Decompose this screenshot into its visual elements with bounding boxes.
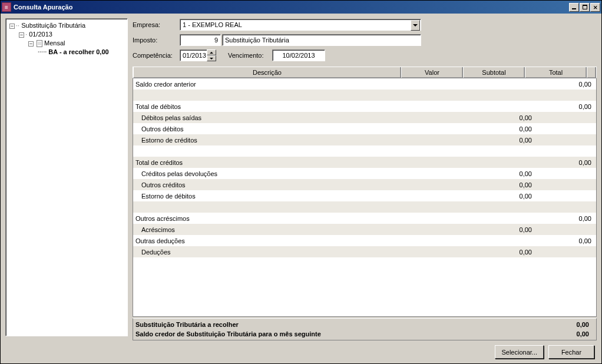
summary-value: 0,00: [523, 329, 594, 339]
summary-row: Substituição Tributária a recolher 0,00: [135, 320, 594, 329]
dropdown-icon[interactable]: [411, 20, 420, 31]
competencia-label: Competência:: [133, 52, 180, 59]
grid-header: Descrição Valor Subtotal Total: [133, 67, 597, 78]
table-row[interactable]: Total de débitos0,00: [133, 101, 596, 112]
tree-root[interactable]: −·· Substituição Tributária: [7, 21, 126, 30]
cell-descricao: Outras deduções: [133, 237, 411, 244]
cell-total: 0,00: [534, 103, 596, 110]
cell-descricao: Acréscimos: [133, 226, 411, 233]
close-button[interactable]: [590, 3, 600, 12]
table-row[interactable]: Total de créditos0,00: [133, 157, 596, 168]
empresa-combo[interactable]: 1 - EXEMPLO REAL: [180, 19, 421, 31]
table-row[interactable]: [133, 90, 596, 101]
cell-total: 0,00: [534, 237, 596, 244]
tree-toggle-icon[interactable]: −: [28, 41, 34, 47]
summary-value: 0,00: [523, 320, 594, 329]
tree-leaf-item[interactable]: ····· BA - a recolher 0,00: [7, 48, 126, 57]
table-row[interactable]: [133, 145, 596, 157]
col-total[interactable]: Total: [525, 67, 587, 78]
vencimento-field: 10/02/2013: [272, 49, 325, 61]
summary-row: Saldo credor de Substituição Tributária …: [135, 329, 594, 339]
cell-subtotal: 0,00: [472, 193, 534, 200]
tree-frequency[interactable]: − Mensal: [7, 39, 126, 48]
cell-descricao: Débitos pelas saídas: [133, 114, 411, 121]
maximize-button[interactable]: [580, 3, 590, 12]
cell-descricao: Outros débitos: [133, 125, 411, 133]
col-scrollbar-spacer: [587, 67, 596, 78]
cell-descricao: Deduções: [133, 249, 411, 256]
date-spinner[interactable]: [207, 49, 216, 61]
grid: Descrição Valor Subtotal Total Saldo cre…: [133, 67, 597, 340]
imposto-desc-field: Substituição Tributária: [222, 34, 421, 46]
cell-total: 0,00: [534, 215, 596, 222]
table-row[interactable]: Acréscimos0,00: [133, 224, 596, 235]
titlebar: ≡ Consulta Apuração: [1, 1, 601, 14]
cell-subtotal: 0,00: [472, 137, 534, 144]
grid-body[interactable]: Saldo credor anterior0,00Total de débito…: [133, 78, 597, 317]
tree-toggle-icon[interactable]: −: [19, 32, 24, 38]
empresa-label: Empresa:: [133, 21, 180, 28]
cell-subtotal: 0,00: [472, 181, 534, 188]
tree-toggle-icon[interactable]: −: [9, 24, 15, 29]
cell-subtotal: 0,00: [472, 125, 534, 133]
selecionar-button[interactable]: Selecionar...: [495, 345, 544, 359]
cell-total: 0,00: [534, 81, 596, 88]
table-row[interactable]: Outros créditos0,00: [133, 179, 596, 190]
col-valor[interactable]: Valor: [401, 67, 463, 78]
cell-subtotal: 0,00: [472, 249, 534, 256]
cell-descricao: Saldo credor anterior: [133, 81, 411, 88]
app-icon: ≡: [2, 2, 11, 12]
cell-descricao: Total de créditos: [133, 159, 411, 166]
cell-descricao: Estorno de débitos: [133, 193, 411, 200]
cell-descricao: Outros créditos: [133, 181, 411, 188]
tree-panel[interactable]: −·· Substituição Tributária −· 01/2013 −…: [5, 18, 128, 336]
cell-total: 0,00: [534, 159, 596, 166]
window-title: Consulta Apuração: [14, 4, 569, 11]
chevron-down-icon[interactable]: [207, 55, 216, 61]
cell-subtotal: 0,00: [472, 226, 534, 233]
table-row[interactable]: Outras deduções0,00: [133, 235, 596, 246]
document-icon: [37, 40, 42, 47]
cell-subtotal: 0,00: [472, 170, 534, 177]
fechar-button[interactable]: Fechar: [548, 345, 594, 359]
table-row[interactable]: Débitos pelas saídas0,00: [133, 112, 596, 123]
imposto-code-input[interactable]: 9: [180, 34, 221, 46]
summary-desc: Saldo credor de Substituição Tributária …: [135, 329, 523, 339]
table-row[interactable]: Deduções0,00: [133, 246, 596, 257]
minimize-button[interactable]: [569, 3, 579, 12]
details-panel: Empresa: 1 - EXEMPLO REAL Imposto: 9 Sub…: [133, 18, 597, 359]
col-descricao[interactable]: Descrição: [133, 67, 401, 78]
imposto-label: Imposto:: [133, 37, 180, 44]
col-subtotal[interactable]: Subtotal: [463, 67, 525, 78]
table-row[interactable]: Outros acréscimos0,00: [133, 213, 596, 224]
table-row[interactable]: Outros débitos0,00: [133, 123, 596, 134]
tree-period[interactable]: −· 01/2013: [7, 30, 126, 39]
cell-descricao: Créditos pelas devoluções: [133, 170, 411, 177]
cell-descricao: Estorno de créditos: [133, 137, 411, 144]
summary-desc: Substituição Tributária a recolher: [135, 320, 523, 329]
table-row[interactable]: Créditos pelas devoluções0,00: [133, 168, 596, 179]
cell-descricao: Outros acréscimos: [133, 215, 411, 222]
summary-panel: Substituição Tributária a recolher 0,00 …: [133, 318, 597, 340]
cell-subtotal: 0,00: [472, 114, 534, 121]
table-row[interactable]: Estorno de créditos0,00: [133, 134, 596, 145]
competencia-input[interactable]: 01/2013: [180, 49, 216, 61]
chevron-up-icon[interactable]: [207, 49, 216, 55]
vencimento-label: Vencimento:: [228, 52, 272, 59]
table-row[interactable]: [133, 201, 596, 213]
table-row[interactable]: Estorno de débitos0,00: [133, 190, 596, 201]
cell-descricao: Total de débitos: [133, 103, 411, 110]
table-row[interactable]: Saldo credor anterior0,00: [133, 78, 596, 90]
